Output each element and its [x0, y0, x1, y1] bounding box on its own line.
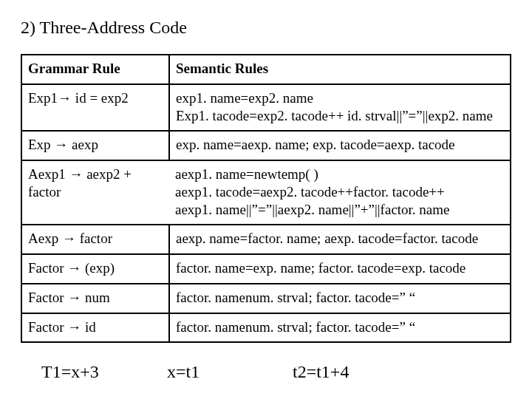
- footer-ex-3: t2=t1+4: [293, 362, 349, 382]
- table-row: Factor → num factor. namenum. strval; fa…: [21, 284, 511, 313]
- table-row: Aexp1 → aexp2 + factor aexp1. name=newte…: [21, 160, 511, 225]
- semantic-cell: aexp1. name=newtemp( )aexp1. tacode=aexp…: [169, 160, 511, 225]
- header-grammar: Grammar Rule: [21, 55, 169, 84]
- slide-title: 2) Three-Address Code: [21, 18, 511, 38]
- header-semantic: Semantic Rules: [169, 55, 511, 84]
- footer-ex-2: x=t1: [167, 362, 293, 382]
- semantic-cell: factor. namenum. strval; factor. tacode=…: [169, 284, 511, 313]
- grammar-cell: Exp → aexp: [21, 131, 169, 160]
- table-row: Aexp → factor aexp. name=factor. name; a…: [21, 225, 511, 254]
- footer-examples: T1=x+3 x=t1 t2=t1+4: [21, 362, 511, 382]
- table-row: Factor → id factor. namenum. strval; fac…: [21, 313, 511, 343]
- grammar-table: Grammar Rule Semantic Rules Exp1→ id = e…: [21, 54, 511, 343]
- semantic-cell: factor. name=exp. name; factor. tacode=e…: [169, 254, 511, 284]
- footer-ex-1: T1=x+3: [41, 362, 167, 382]
- semantic-cell: exp. name=aexp. name; exp. tacode=aexp. …: [169, 131, 511, 160]
- grammar-cell: Factor → (exp): [21, 254, 169, 284]
- page: 2) Three-Address Code Grammar Rule Seman…: [0, 0, 532, 382]
- table-row: Exp → aexp exp. name=aexp. name; exp. ta…: [21, 131, 511, 160]
- table-row: Exp1→ id = exp2 exp1. name=exp2. nameExp…: [21, 84, 511, 132]
- table-header-row: Grammar Rule Semantic Rules: [21, 55, 511, 84]
- grammar-cell: Exp1→ id = exp2: [21, 84, 169, 132]
- semantic-cell: exp1. name=exp2. nameExp1. tacode=exp2. …: [169, 84, 511, 132]
- table-row: Factor → (exp) factor. name=exp. name; f…: [21, 254, 511, 284]
- grammar-cell: Aexp → factor: [21, 225, 169, 254]
- grammar-cell: Aexp1 → aexp2 + factor: [21, 160, 169, 225]
- semantic-cell: aexp. name=factor. name; aexp. tacode=fa…: [169, 225, 511, 254]
- grammar-cell: Factor → num: [21, 284, 169, 313]
- grammar-cell: Factor → id: [21, 313, 169, 343]
- semantic-cell: factor. namenum. strval; factor. tacode=…: [169, 313, 511, 343]
